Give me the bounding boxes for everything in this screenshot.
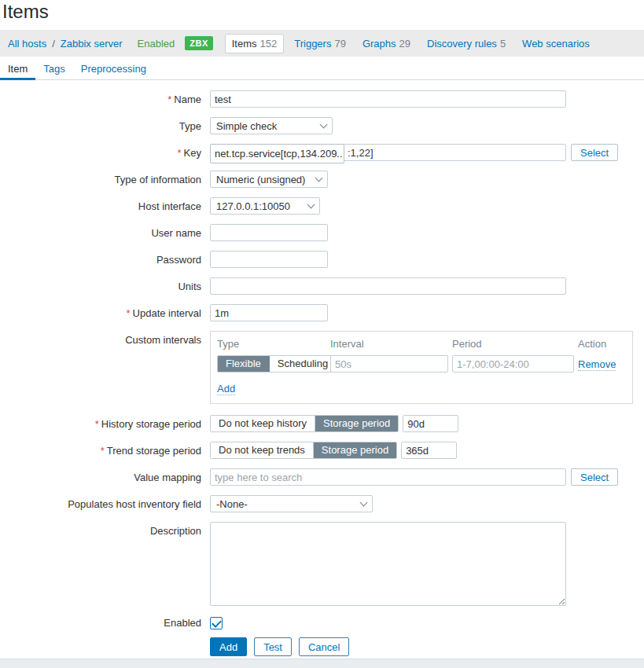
column-type: Type [217, 338, 330, 350]
do-not-keep-trends-option[interactable]: Do not keep trends [211, 442, 314, 458]
column-interval: Interval [330, 338, 452, 350]
trend-period-input[interactable] [401, 442, 457, 459]
breadcrumb-link-all-hosts[interactable]: All hosts [8, 38, 46, 50]
value-mapping-select-button[interactable]: Select [571, 468, 618, 486]
tab-preprocessing[interactable]: Preprocessing [73, 57, 154, 80]
inventory-field-label: Populates host inventory field [68, 498, 201, 510]
cancel-button[interactable]: Cancel [299, 637, 349, 656]
description-textarea[interactable] [210, 522, 566, 606]
footer-bar [0, 659, 644, 668]
nav-discovery-rules-count: 5 [500, 38, 506, 50]
description-label: Description [150, 525, 201, 537]
row-name: *Name [0, 90, 644, 108]
custom-intervals-label: Custom intervals [125, 334, 201, 346]
nav-triggers-label: Triggers [294, 38, 331, 50]
chevron-down-icon [307, 200, 315, 208]
name-label: Name [174, 94, 201, 105]
interval-input[interactable] [330, 355, 448, 373]
type-of-information-label: Type of information [114, 174, 201, 185]
zbx-availability-badge: ZBX [185, 36, 213, 50]
type-of-information-select[interactable]: Numeric (unsigned) [210, 171, 328, 188]
row-trend-storage: *Trend storage period Do not keep trends… [0, 442, 644, 459]
row-enabled: Enabled [0, 615, 644, 629]
chevron-down-icon [320, 120, 328, 128]
history-storage-segmented: Do not keep history Storage period [210, 415, 399, 432]
period-input[interactable] [452, 355, 574, 373]
key-autocomplete-overlay[interactable]: net.tcp.service[tcp,134.209.. [210, 144, 344, 163]
units-input[interactable] [210, 277, 566, 295]
host-interface-label: Host interface [138, 200, 201, 212]
nav-triggers[interactable]: Triggers79 [288, 35, 352, 53]
type-select[interactable]: Simple check [210, 117, 333, 134]
required-mark: * [126, 307, 130, 319]
do-not-keep-history-option[interactable]: Do not keep history [211, 416, 315, 431]
nav-discovery-rules-label: Discovery rules [427, 38, 497, 50]
key-label: Key [184, 147, 201, 159]
form-tabs: Item Tags Preprocessing [0, 57, 644, 80]
value-mapping-input[interactable] [210, 468, 566, 486]
host-interface-value: 127.0.0.1:10050 [216, 200, 290, 212]
add-interval-link[interactable]: Add [217, 383, 235, 395]
row-history-storage: *History storage period Do not keep hist… [0, 415, 644, 432]
breadcrumb-link-host[interactable]: Zabbix server [61, 38, 123, 50]
nav-items-count: 152 [260, 38, 278, 50]
breadcrumb: All hosts / Zabbix server Enabled ZBX It… [0, 30, 644, 57]
nav-graphs[interactable]: Graphs29 [356, 35, 417, 53]
entity-nav: Items152 Triggers79 Graphs29 Discovery r… [225, 34, 600, 53]
custom-intervals-table: Type Interval Period Action Flexible Sch… [210, 331, 633, 404]
custom-interval-row: Flexible Scheduling Remove [217, 355, 632, 373]
inventory-field-select[interactable]: -None- [210, 495, 373, 512]
item-form: *Name Type Simple check *Key net.tcp.ser… [0, 80, 644, 656]
history-storage-label: History storage period [101, 418, 201, 430]
name-input[interactable] [210, 90, 566, 108]
user-name-input[interactable] [210, 224, 328, 241]
row-type: Type Simple check [0, 117, 644, 134]
tab-tags[interactable]: Tags [35, 57, 72, 80]
column-period: Period [452, 338, 578, 350]
type-select-value: Simple check [216, 120, 277, 132]
tab-item[interactable]: Item [0, 57, 35, 80]
nav-web-scenarios[interactable]: Web scenarios [516, 35, 596, 53]
password-label: Password [156, 254, 201, 266]
update-interval-input[interactable] [210, 304, 328, 321]
nav-web-scenarios-label: Web scenarios [522, 38, 590, 50]
nav-graphs-count: 29 [399, 38, 410, 50]
row-host-interface: Host interface 127.0.0.1:10050 [0, 197, 644, 215]
scheduling-option[interactable]: Scheduling [270, 356, 336, 372]
host-interface-select[interactable]: 127.0.0.1:10050 [210, 197, 320, 215]
test-button[interactable]: Test [254, 637, 292, 656]
inventory-field-value: -None- [216, 498, 248, 510]
units-label: Units [178, 281, 201, 292]
required-mark: * [178, 147, 182, 159]
chevron-down-icon [315, 174, 323, 182]
row-description: Description [0, 522, 644, 606]
nav-discovery-rules[interactable]: Discovery rules5 [421, 35, 512, 53]
flexible-option[interactable]: Flexible [218, 356, 270, 372]
nav-triggers-count: 79 [334, 38, 345, 50]
enabled-label: Enabled [164, 617, 201, 629]
interval-type-segmented: Flexible Scheduling [217, 355, 337, 373]
remove-interval-link[interactable]: Remove [578, 358, 616, 371]
password-input[interactable] [210, 251, 328, 268]
history-storage-period-option[interactable]: Storage period [315, 416, 398, 431]
required-mark: * [167, 94, 171, 105]
type-of-information-value: Numeric (unsigned) [216, 174, 305, 185]
trend-storage-period-option[interactable]: Storage period [314, 442, 396, 458]
enabled-checkbox[interactable] [210, 617, 223, 629]
host-status-enabled[interactable]: Enabled [138, 38, 175, 50]
column-action: Action [578, 338, 606, 350]
key-select-button[interactable]: Select [571, 144, 618, 161]
nav-items[interactable]: Items152 [225, 34, 285, 53]
trend-storage-segmented: Do not keep trends Storage period [210, 442, 397, 459]
history-period-input[interactable] [403, 415, 458, 432]
page-title: Items [0, 0, 644, 30]
trend-storage-label: Trend storage period [107, 445, 201, 457]
row-value-mapping: Value mapping Select [0, 468, 644, 486]
row-inventory-field: Populates host inventory field -None- [0, 495, 644, 512]
custom-intervals-header: Type Interval Period Action [217, 338, 632, 350]
row-update-interval: *Update interval [0, 304, 644, 321]
form-actions: Add Test Cancel [210, 637, 644, 656]
row-key: *Key net.tcp.service[tcp,134.209.. Selec… [0, 144, 644, 161]
value-mapping-label: Value mapping [134, 472, 201, 483]
add-button[interactable]: Add [210, 637, 247, 656]
